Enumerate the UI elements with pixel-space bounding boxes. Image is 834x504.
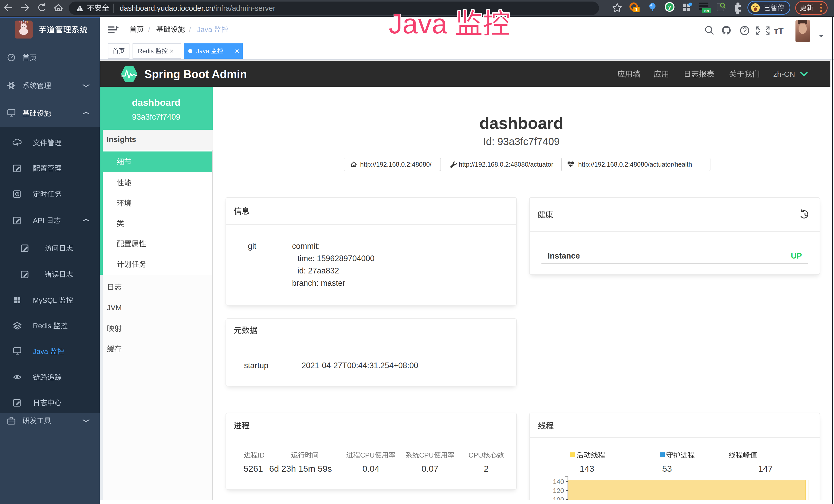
svg-text:1: 1 bbox=[635, 7, 637, 12]
svg-text:on: on bbox=[704, 8, 709, 13]
svg-text:y: y bbox=[668, 4, 671, 10]
